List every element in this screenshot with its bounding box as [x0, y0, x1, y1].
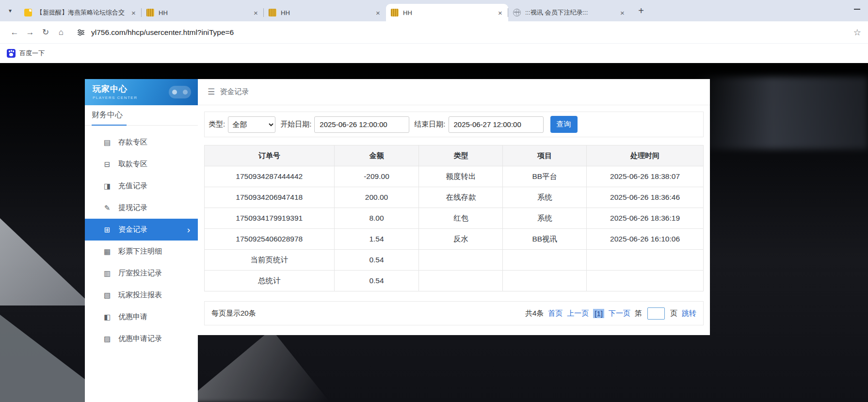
table-row: 1750934206947418200.00在线存款系统2025-06-26 1… [205, 187, 704, 208]
table-cell: 0.54 [334, 271, 419, 291]
table-cell: -209.00 [334, 166, 419, 187]
table-cell: 2025-06-26 16:10:06 [587, 229, 704, 250]
withdraw-record-icon: ✎ [102, 204, 112, 212]
new-tab-button[interactable]: + [634, 4, 648, 17]
table-cell [587, 271, 704, 291]
home-icon[interactable]: ⌂ [53, 28, 69, 37]
gold-logo-icon [146, 9, 154, 16]
site-settings-icon[interactable] [77, 28, 85, 37]
table-cell: 2025-06-26 18:36:46 [587, 187, 704, 208]
tab-label: HH [403, 9, 493, 16]
tab-close-icon[interactable]: × [129, 9, 138, 17]
tab-label: HH [159, 9, 249, 16]
tab-close-icon[interactable]: × [252, 9, 260, 17]
globe-icon [513, 9, 521, 16]
end-date-input[interactable] [449, 116, 544, 133]
sidebar-item-label: 厅室投注记录 [118, 269, 162, 278]
next-page-link[interactable]: 下一页 [609, 309, 630, 318]
content-header: ☰ 资金记录 [198, 79, 710, 105]
minimize-window-icon[interactable] [854, 9, 860, 10]
sidebar-item-recharge-record[interactable]: ◨充值记录 [85, 175, 198, 197]
page-background: 玩家中心 PLAYERS CENTER 财务中心 ▤存款专区⊟取款专区◨充值记录… [0, 63, 868, 402]
browser-tab[interactable]: :::视讯 会员下注纪录:::× [508, 4, 630, 21]
sidebar-item-promo-apply[interactable]: ◧优惠申请 [85, 306, 198, 328]
table-cell: 2025-06-26 18:36:19 [587, 208, 704, 229]
table-row: 当前页统计0.54 [205, 250, 704, 271]
table-cell: 0.54 [334, 250, 419, 271]
sidebar-item-player-bet-report[interactable]: ▧玩家投注报表 [85, 284, 198, 306]
browser-tab[interactable]: HH× [142, 4, 264, 21]
pager-controls: 共4条 首页 上一页 [1] 下一页 第 页 跳转 [525, 307, 696, 320]
jump-page-input[interactable] [647, 307, 665, 320]
tab-close-icon[interactable]: × [374, 9, 382, 17]
back-icon[interactable]: ← [7, 28, 22, 37]
sidebar-item-label: 优惠申请 [118, 312, 147, 322]
browser-tab[interactable]: 【新提醒】海燕策略论坛综合交× [19, 4, 142, 21]
per-page-label: 每页显示20条 [211, 309, 256, 318]
chevron-down-icon: ▾ [9, 7, 12, 14]
table-cell [587, 250, 704, 271]
browser-tab[interactable]: HH× [386, 4, 508, 21]
table-header-cell: 订单号 [205, 145, 335, 166]
table-cell: 额度转出 [419, 166, 503, 187]
promo-apply-icon: ◧ [102, 313, 112, 322]
bookmark-item[interactable]: 百度一下 [7, 49, 45, 58]
table-cell [419, 271, 503, 291]
tab-close-icon[interactable]: × [618, 9, 627, 17]
table-cell: 在线存款 [419, 187, 503, 208]
sidebar-item-label: 提现记录 [118, 203, 147, 212]
doc-yellow-icon [24, 9, 32, 16]
recharge-record-icon: ◨ [102, 182, 112, 191]
gold-logo-icon [391, 9, 399, 16]
tab-close-icon[interactable]: × [496, 9, 504, 17]
hamburger-icon: ☰ [208, 87, 215, 97]
table-cell: 8.00 [334, 208, 419, 229]
start-date-input[interactable] [314, 116, 409, 133]
sidebar-item-hall-bet-record[interactable]: ▥厅室投注记录 [85, 262, 198, 284]
sidebar-item-funds-record[interactable]: ⊞资金记录› [85, 219, 198, 241]
search-button[interactable]: 查询 [550, 116, 578, 133]
tab-label: HH [281, 9, 371, 16]
sidebar-item-label: 存款专区 [118, 138, 147, 147]
reload-icon[interactable]: ↻ [38, 27, 53, 37]
lottery-bet-detail-icon: ▦ [102, 247, 112, 256]
gold-logo-icon [269, 9, 276, 16]
jump-prefix-label: 第 [635, 309, 642, 318]
table-cell: 反水 [419, 229, 503, 250]
sidebar-item-deposit[interactable]: ▤存款专区 [85, 131, 198, 153]
pagination-bar: 每页显示20条 共4条 首页 上一页 [1] 下一页 第 页 跳转 [204, 301, 704, 325]
sidebar-item-withdraw[interactable]: ⊟取款专区 [85, 153, 198, 175]
sidebar-item-label: 玩家投注报表 [118, 290, 162, 300]
sidebar-item-withdraw-record[interactable]: ✎提现记录 [85, 197, 198, 219]
table-cell: 1750925406028978 [205, 229, 335, 250]
first-page-link[interactable]: 首页 [548, 309, 563, 318]
sidebar: 玩家中心 PLAYERS CENTER 财务中心 ▤存款专区⊟取款专区◨充值记录… [85, 79, 198, 402]
prev-page-link[interactable]: 上一页 [567, 309, 589, 318]
table-cell: 1750934206947418 [205, 187, 335, 208]
table-cell: 1750934179919391 [205, 208, 335, 229]
bookmark-label: 百度一下 [19, 49, 45, 58]
tab-strip: ▾ 【新提醒】海燕策略论坛综合交×HH×HH×HH×:::视讯 会员下注纪录::… [0, 0, 868, 21]
sidebar-header: 玩家中心 PLAYERS CENTER [85, 79, 198, 105]
jump-button[interactable]: 跳转 [682, 309, 696, 318]
tab-search-button[interactable]: ▾ [4, 4, 16, 17]
sidebar-item-lottery-bet-detail[interactable]: ▦彩票下注明细 [85, 241, 198, 262]
funds-record-icon: ⊞ [102, 225, 112, 234]
bookmark-star-icon[interactable]: ☆ [853, 27, 861, 38]
sidebar-item-label: 取款专区 [118, 160, 147, 169]
sidebar-item-label: 优惠申请记录 [118, 334, 162, 343]
browser-tab[interactable]: HH× [264, 4, 386, 21]
tab-label: :::视讯 会员下注纪录::: [525, 8, 615, 17]
forward-icon[interactable]: → [22, 28, 38, 37]
sidebar-item-promo-apply-record[interactable]: ▨优惠申请记录 [85, 328, 198, 350]
type-select[interactable]: 全部 [228, 116, 275, 133]
table-cell [503, 271, 587, 291]
url-text[interactable]: yl756.com/hhcp/usercenter.html?iniType=6 [91, 28, 234, 37]
table-cell: BB平台 [503, 166, 587, 187]
deposit-icon: ▤ [102, 138, 112, 147]
browser-chrome: ▾ 【新提醒】海燕策略论坛综合交×HH×HH×HH×:::视讯 会员下注纪录::… [0, 0, 868, 63]
background-wedge [0, 184, 92, 306]
table-header-cell: 类型 [419, 145, 503, 166]
table-cell: 1.54 [334, 229, 419, 250]
sidebar-section-finance: 财务中心 [85, 105, 198, 126]
